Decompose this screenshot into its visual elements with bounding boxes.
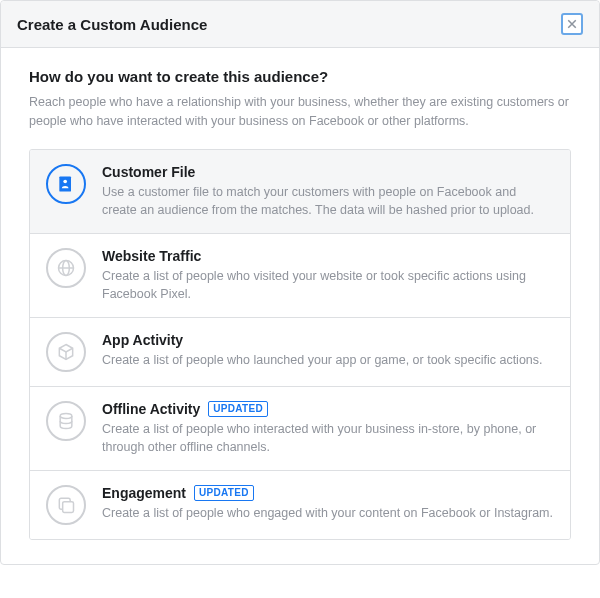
question-subtext: Reach people who have a relationship wit…: [29, 93, 571, 131]
option-title: Engagement: [102, 485, 186, 501]
customer-file-icon: [46, 164, 86, 204]
svg-rect-0: [59, 176, 71, 191]
svg-point-1: [63, 179, 67, 183]
option-offline-activity[interactable]: Offline Activity UPDATED Create a list o…: [30, 387, 570, 471]
option-desc: Use a customer file to match your custom…: [102, 183, 554, 219]
option-text: Offline Activity UPDATED Create a list o…: [102, 401, 554, 456]
option-app-activity[interactable]: App Activity Create a list of people who…: [30, 318, 570, 387]
engagement-icon: [46, 485, 86, 525]
option-text: Website Traffic Create a list of people …: [102, 248, 554, 303]
option-desc: Create a list of people who launched you…: [102, 351, 554, 369]
option-website-traffic[interactable]: Website Traffic Create a list of people …: [30, 234, 570, 318]
option-title: App Activity: [102, 332, 183, 348]
option-desc: Create a list of people who interacted w…: [102, 420, 554, 456]
modal-header: Create a Custom Audience: [1, 1, 599, 48]
option-text: App Activity Create a list of people who…: [102, 332, 554, 372]
option-title: Customer File: [102, 164, 195, 180]
close-button[interactable]: [561, 13, 583, 35]
modal-title: Create a Custom Audience: [17, 16, 207, 33]
option-engagement[interactable]: Engagement UPDATED Create a list of peop…: [30, 471, 570, 539]
svg-point-6: [60, 414, 72, 419]
close-icon: [566, 18, 578, 30]
globe-icon: [46, 248, 86, 288]
svg-rect-8: [63, 502, 74, 513]
option-text: Customer File Use a customer file to mat…: [102, 164, 554, 219]
modal-body: How do you want to create this audience?…: [1, 48, 599, 564]
question-heading: How do you want to create this audience?: [29, 68, 571, 85]
option-desc: Create a list of people who visited your…: [102, 267, 554, 303]
options-list: Customer File Use a customer file to mat…: [29, 149, 571, 541]
option-customer-file[interactable]: Customer File Use a customer file to mat…: [30, 150, 570, 234]
option-text: Engagement UPDATED Create a list of peop…: [102, 485, 554, 525]
package-icon: [46, 332, 86, 372]
option-title: Website Traffic: [102, 248, 201, 264]
custom-audience-modal: Create a Custom Audience How do you want…: [0, 0, 600, 565]
option-title: Offline Activity: [102, 401, 200, 417]
updated-badge: UPDATED: [208, 401, 268, 417]
database-icon: [46, 401, 86, 441]
option-desc: Create a list of people who engaged with…: [102, 504, 554, 522]
updated-badge: UPDATED: [194, 485, 254, 501]
